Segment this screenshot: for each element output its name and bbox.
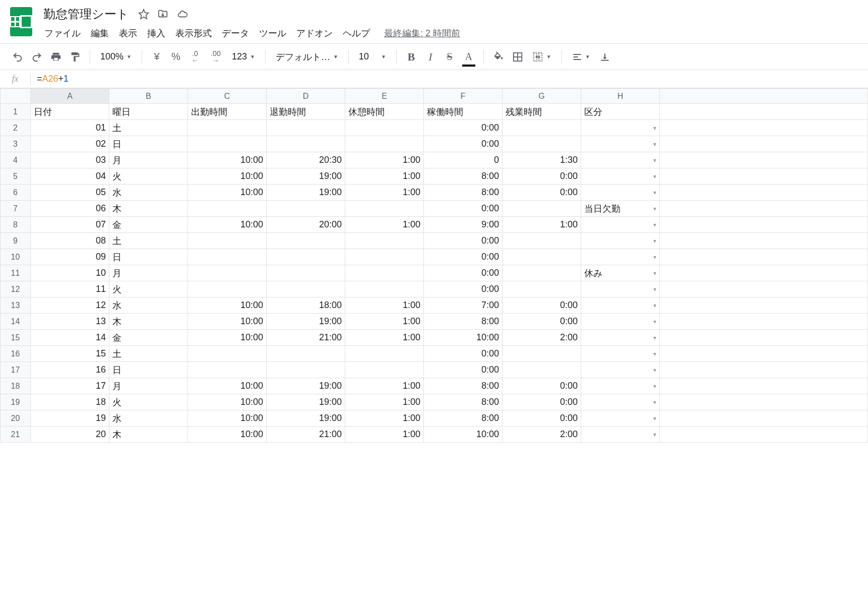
borders-button[interactable] <box>509 48 526 66</box>
column-header-G[interactable]: G <box>503 89 581 104</box>
cell-G14[interactable]: 0:00 <box>503 314 581 330</box>
cell-E21[interactable]: 1:00 <box>345 427 424 443</box>
cell-A4[interactable]: 03 <box>31 152 109 168</box>
cell-E14[interactable]: 1:00 <box>345 314 424 330</box>
cell-D13[interactable]: 18:00 <box>267 297 345 314</box>
cell-F18[interactable]: 8:00 <box>424 378 503 394</box>
cell-G6[interactable]: 0:00 <box>503 185 581 201</box>
cell-G8[interactable]: 1:00 <box>503 217 581 233</box>
menu-addons[interactable]: アドオン <box>292 25 337 41</box>
cell-D9[interactable] <box>267 233 345 249</box>
cell-E1[interactable]: 休憩時間 <box>345 104 424 120</box>
increase-decimal-button[interactable]: .00→ <box>206 48 226 66</box>
print-button[interactable] <box>47 48 65 66</box>
cell-D2[interactable] <box>267 120 345 136</box>
cell-D10[interactable] <box>267 249 345 265</box>
row-header[interactable]: 13 <box>1 297 31 314</box>
cell-F16[interactable]: 0:00 <box>424 346 503 362</box>
cell-H18[interactable] <box>581 378 660 394</box>
cell-H1[interactable]: 区分 <box>581 104 660 120</box>
cell-D17[interactable] <box>267 362 345 378</box>
cell-B8[interactable]: 金 <box>109 217 188 233</box>
cell-extra[interactable] <box>660 265 868 281</box>
cell-D4[interactable]: 20:30 <box>267 152 345 168</box>
cell-B12[interactable]: 火 <box>109 281 188 297</box>
cell-E10[interactable] <box>345 249 424 265</box>
row-header[interactable]: 16 <box>1 346 31 362</box>
cell-D11[interactable] <box>267 265 345 281</box>
italic-button[interactable]: I <box>422 48 439 66</box>
cell-H20[interactable] <box>581 410 660 427</box>
column-header-extra[interactable] <box>660 89 868 104</box>
cell-C2[interactable] <box>188 120 267 136</box>
cell-F10[interactable]: 0:00 <box>424 249 503 265</box>
cell-B20[interactable]: 水 <box>109 410 188 427</box>
cell-G19[interactable]: 0:00 <box>503 394 581 410</box>
cell-extra[interactable] <box>660 427 868 443</box>
cell-G2[interactable] <box>503 120 581 136</box>
cell-F4[interactable]: 0 <box>424 152 503 168</box>
cell-B19[interactable]: 火 <box>109 394 188 410</box>
cell-C5[interactable]: 10:00 <box>188 168 267 185</box>
cell-extra[interactable] <box>660 104 868 120</box>
cell-G17[interactable] <box>503 362 581 378</box>
cell-C21[interactable]: 10:00 <box>188 427 267 443</box>
row-header[interactable]: 21 <box>1 427 31 443</box>
cell-E18[interactable]: 1:00 <box>345 378 424 394</box>
column-header-F[interactable]: F <box>424 89 503 104</box>
row-header[interactable]: 11 <box>1 265 31 281</box>
cell-H4[interactable] <box>581 152 660 168</box>
cell-extra[interactable] <box>660 410 868 427</box>
row-header[interactable]: 6 <box>1 185 31 201</box>
cell-A5[interactable]: 04 <box>31 168 109 185</box>
cell-E12[interactable] <box>345 281 424 297</box>
cell-extra[interactable] <box>660 168 868 185</box>
row-header[interactable]: 1 <box>1 104 31 120</box>
cell-C8[interactable]: 10:00 <box>188 217 267 233</box>
row-header[interactable]: 20 <box>1 410 31 427</box>
cell-G12[interactable] <box>503 281 581 297</box>
cell-H19[interactable] <box>581 394 660 410</box>
column-header-C[interactable]: C <box>188 89 267 104</box>
cell-G16[interactable] <box>503 346 581 362</box>
cell-B3[interactable]: 日 <box>109 136 188 152</box>
cell-C20[interactable]: 10:00 <box>188 410 267 427</box>
cell-G7[interactable] <box>503 201 581 217</box>
cell-H6[interactable] <box>581 185 660 201</box>
cell-H10[interactable] <box>581 249 660 265</box>
cell-extra[interactable] <box>660 314 868 330</box>
row-header[interactable]: 2 <box>1 120 31 136</box>
cell-F1[interactable]: 稼働時間 <box>424 104 503 120</box>
cell-C9[interactable] <box>188 233 267 249</box>
menu-edit[interactable]: 編集 <box>87 25 113 41</box>
cell-E11[interactable] <box>345 265 424 281</box>
cell-C4[interactable]: 10:00 <box>188 152 267 168</box>
cell-B7[interactable]: 木 <box>109 201 188 217</box>
cell-E7[interactable] <box>345 201 424 217</box>
cell-extra[interactable] <box>660 297 868 314</box>
row-header[interactable]: 5 <box>1 168 31 185</box>
decrease-decimal-button[interactable]: .0← <box>187 48 204 66</box>
row-header[interactable]: 15 <box>1 330 31 346</box>
column-header-H[interactable]: H <box>581 89 660 104</box>
menu-insert[interactable]: 挿入 <box>143 25 169 41</box>
zoom-select[interactable]: 100%▼ <box>96 49 136 64</box>
cell-F14[interactable]: 8:00 <box>424 314 503 330</box>
cell-D1[interactable]: 退勤時間 <box>267 104 345 120</box>
cell-D18[interactable]: 19:00 <box>267 378 345 394</box>
cell-extra[interactable] <box>660 136 868 152</box>
font-select[interactable]: デフォルト…▼ <box>272 49 342 65</box>
cell-D8[interactable]: 20:00 <box>267 217 345 233</box>
cell-H15[interactable] <box>581 330 660 346</box>
cell-G5[interactable]: 0:00 <box>503 168 581 185</box>
cell-H9[interactable] <box>581 233 660 249</box>
cell-F12[interactable]: 0:00 <box>424 281 503 297</box>
select-all-corner[interactable] <box>1 89 31 104</box>
cell-D6[interactable]: 19:00 <box>267 185 345 201</box>
row-header[interactable]: 3 <box>1 136 31 152</box>
cell-F21[interactable]: 10:00 <box>424 427 503 443</box>
cell-H3[interactable] <box>581 136 660 152</box>
menu-data[interactable]: データ <box>218 25 253 41</box>
cell-G11[interactable] <box>503 265 581 281</box>
cell-H8[interactable] <box>581 217 660 233</box>
